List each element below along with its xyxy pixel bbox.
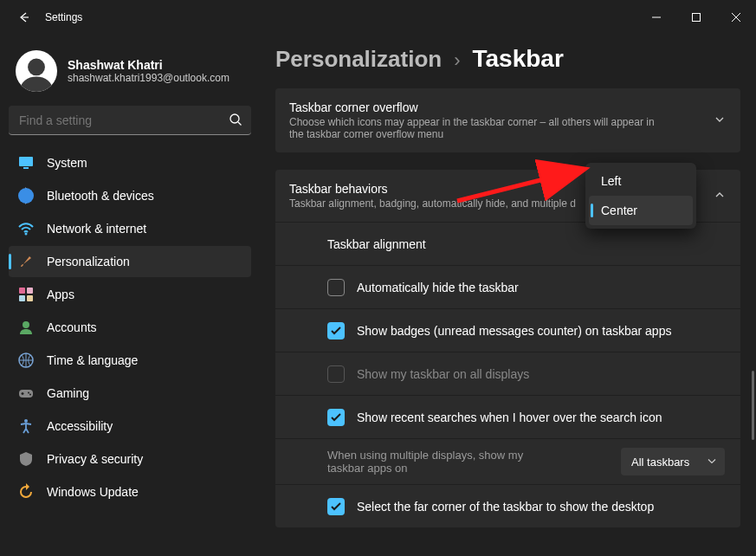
sidebar-item-label: System <box>47 156 87 170</box>
svg-point-14 <box>28 392 29 394</box>
panel-title: Taskbar corner overflow <box>289 100 670 114</box>
main-content: Personalization › Taskbar Taskbar corner… <box>260 35 756 556</box>
row-recentsearch[interactable]: Show recent searches when I hover over t… <box>275 395 740 438</box>
checkbox-farcorner[interactable] <box>327 498 345 515</box>
svg-point-16 <box>24 419 28 423</box>
sidebar-item-accounts[interactable]: Accounts <box>9 312 251 343</box>
sidebar: Shashwat Khatri shashwat.khatri1993@outl… <box>0 35 260 556</box>
scrollbar[interactable] <box>752 371 754 440</box>
back-button[interactable] <box>10 3 38 31</box>
sidebar-item-label: Gaming <box>47 386 89 400</box>
svg-rect-0 <box>693 14 701 22</box>
row-alldisplays[interactable]: Show my taskbar on all displays <box>275 352 740 395</box>
chevron-up-icon <box>714 188 725 204</box>
nav-list: SystemBluetooth & devicesNetwork & inter… <box>9 147 251 508</box>
row-label: Show recent searches when I hover over t… <box>357 411 662 424</box>
svg-point-11 <box>23 321 29 328</box>
window-title: Settings <box>45 11 82 23</box>
svg-rect-8 <box>27 288 33 294</box>
breadcrumb-parent[interactable]: Personalization <box>275 46 442 73</box>
back-arrow-icon <box>17 10 31 24</box>
checkbox-recentsearch[interactable] <box>327 409 345 426</box>
chevron-down-icon <box>714 113 725 128</box>
row-label: Automatically hide the taskbar <box>357 281 519 294</box>
check-icon <box>330 411 342 423</box>
row-badges[interactable]: Show badges (unread messages counter) on… <box>275 308 740 352</box>
sidebar-item-label: Privacy & security <box>47 452 143 466</box>
sidebar-item-network-internet[interactable]: Network & internet <box>9 213 251 244</box>
svg-rect-13 <box>19 390 33 398</box>
panel-subtitle: Taskbar alignment, badging, automaticall… <box>289 197 576 210</box>
person-icon <box>17 54 55 92</box>
breadcrumb: Personalization › Taskbar <box>275 45 740 73</box>
check-icon <box>330 501 342 513</box>
row-label: When using multiple displays, show my ta… <box>327 449 544 475</box>
apps-icon <box>17 286 35 303</box>
search-box <box>9 106 251 135</box>
panel-subtitle: Choose which icons may appear in the tas… <box>289 116 670 140</box>
sidebar-item-system[interactable]: System <box>9 147 251 178</box>
person-icon <box>17 319 35 336</box>
sidebar-item-label: Accessibility <box>47 419 113 433</box>
sidebar-item-gaming[interactable]: Gaming <box>9 378 251 409</box>
chevron-right-icon: › <box>454 49 460 72</box>
sidebar-item-privacy-security[interactable]: Privacy & security <box>9 443 251 475</box>
brush-icon <box>17 253 35 270</box>
sidebar-item-label: Windows Update <box>47 485 139 499</box>
row-multidisplay: When using multiple displays, show my ta… <box>275 438 740 484</box>
svg-rect-7 <box>19 288 25 294</box>
shield-icon <box>17 450 35 468</box>
popup-option-center[interactable]: Center <box>589 196 693 225</box>
wifi-icon <box>17 220 35 237</box>
svg-rect-3 <box>19 157 33 166</box>
maximize-icon <box>692 13 701 22</box>
panel-title: Taskbar behaviors <box>289 182 576 196</box>
sidebar-item-bluetooth-devices[interactable]: Bluetooth & devices <box>9 180 251 211</box>
minimize-icon <box>652 13 661 22</box>
svg-point-1 <box>28 59 45 76</box>
svg-rect-10 <box>27 295 33 301</box>
breadcrumb-current: Taskbar <box>472 45 563 73</box>
row-farcorner[interactable]: Select the far corner of the taskbar to … <box>275 484 740 527</box>
row-label: Show badges (unread messages counter) on… <box>357 324 671 338</box>
svg-point-5 <box>18 188 34 204</box>
close-icon <box>732 13 740 22</box>
row-autohide[interactable]: Automatically hide the taskbar <box>275 265 740 308</box>
sidebar-item-apps[interactable]: Apps <box>9 279 251 310</box>
search-icon <box>229 113 242 130</box>
profile-text: Shashwat Khatri shashwat.khatri1993@outl… <box>68 58 229 84</box>
titlebar: Settings <box>0 0 756 35</box>
sidebar-item-label: Time & language <box>47 353 138 367</box>
popup-option-left[interactable]: Left <box>589 166 693 196</box>
svg-rect-4 <box>23 167 29 169</box>
row-label: Select the far corner of the taskbar to … <box>357 500 654 514</box>
check-icon <box>330 325 342 337</box>
row-label: Taskbar alignment <box>327 237 426 251</box>
svg-point-2 <box>230 114 239 123</box>
sidebar-item-label: Network & internet <box>47 222 146 236</box>
monitor-icon <box>17 154 35 171</box>
dropdown-multidisplay[interactable]: All taskbars <box>621 448 725 475</box>
sidebar-item-label: Bluetooth & devices <box>47 189 154 203</box>
sidebar-item-time-language[interactable]: Time & language <box>9 345 251 376</box>
gamepad-icon <box>17 385 35 402</box>
accessibility-icon <box>17 417 35 435</box>
sidebar-item-personalization[interactable]: Personalization <box>9 246 251 277</box>
panel-taskbar-overflow[interactable]: Taskbar corner overflow Choose which ico… <box>275 88 740 152</box>
svg-rect-9 <box>19 295 25 301</box>
checkbox-badges[interactable] <box>327 322 345 339</box>
clock-globe-icon <box>17 352 35 369</box>
checkbox-alldisplays[interactable] <box>327 365 345 383</box>
sidebar-item-accessibility[interactable]: Accessibility <box>9 411 251 442</box>
close-button[interactable] <box>716 3 756 31</box>
profile-name: Shashwat Khatri <box>68 58 229 72</box>
checkbox-autohide[interactable] <box>327 279 345 296</box>
sidebar-item-windows-update[interactable]: Windows Update <box>9 476 251 508</box>
search-input[interactable] <box>9 106 251 135</box>
maximize-button[interactable] <box>676 3 716 31</box>
update-icon <box>17 483 35 501</box>
profile-block[interactable]: Shashwat Khatri shashwat.khatri1993@outl… <box>9 43 251 106</box>
minimize-button[interactable] <box>636 3 676 31</box>
profile-email: shashwat.khatri1993@outlook.com <box>68 72 229 84</box>
svg-point-15 <box>29 394 31 396</box>
